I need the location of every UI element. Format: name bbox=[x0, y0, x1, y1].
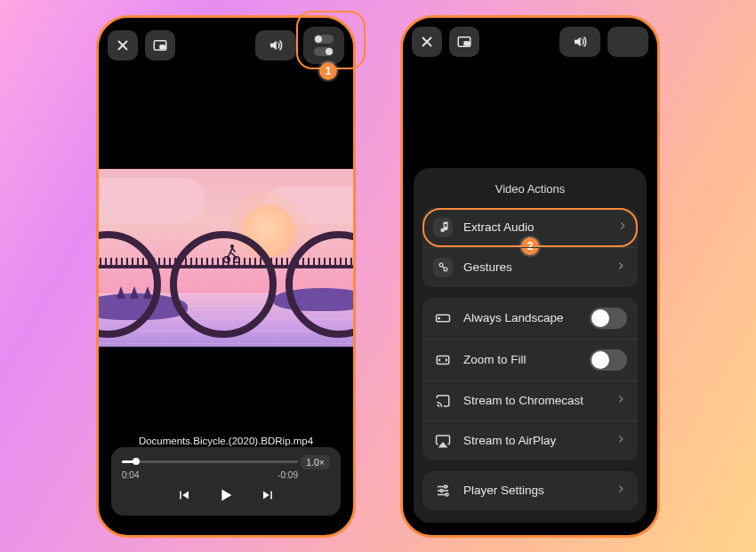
video-actions-panel: Video Actions Extract Audio 2 Gestures bbox=[414, 168, 647, 523]
row-label: Stream to Chromecast bbox=[463, 394, 604, 407]
row-label: Gestures bbox=[463, 260, 604, 274]
picture-in-picture-button[interactable] bbox=[145, 30, 175, 60]
row-label: Zoom to Fill bbox=[463, 353, 579, 366]
player-controls: 1.0× 0:04 -0:09 bbox=[111, 447, 341, 516]
volume-button[interactable] bbox=[255, 30, 296, 60]
row-label: Player Settings bbox=[463, 484, 604, 497]
time-elapsed: 0:04 bbox=[122, 470, 139, 480]
switch-zoom-to-fill[interactable] bbox=[590, 349, 627, 371]
svg-point-13 bbox=[440, 489, 443, 492]
topbar bbox=[412, 27, 648, 57]
row-gestures[interactable]: Gestures bbox=[422, 247, 638, 287]
filename-label: Documents.Bicycle.(2020).BDRip.mp4 bbox=[99, 436, 353, 446]
chevron-right-icon bbox=[616, 220, 629, 235]
callout-badge-1: 1 bbox=[319, 62, 337, 80]
close-button[interactable] bbox=[108, 30, 138, 60]
phone-left: Documents.Bicycle.(2020).BDRip.mp4 1.0× … bbox=[96, 15, 356, 538]
row-player-settings[interactable]: Player Settings bbox=[422, 471, 638, 510]
toggle-icon bbox=[620, 33, 636, 40]
sliders-icon bbox=[433, 481, 453, 500]
play-button[interactable] bbox=[216, 485, 236, 508]
close-button[interactable] bbox=[412, 27, 442, 57]
video-actions-button[interactable] bbox=[607, 27, 648, 57]
gestures-icon bbox=[433, 258, 453, 277]
airplay-icon bbox=[433, 431, 453, 451]
music-note-icon bbox=[433, 218, 453, 237]
picture-in-picture-button[interactable] bbox=[449, 27, 479, 57]
svg-point-10 bbox=[438, 317, 440, 319]
scrubber[interactable]: 1.0× bbox=[122, 456, 330, 467]
time-remaining: -0:09 bbox=[277, 470, 298, 480]
phone-right: Video Actions Extract Audio 2 Gestures bbox=[400, 15, 660, 538]
row-airplay[interactable]: Stream to AirPlay bbox=[422, 420, 638, 460]
row-always-landscape[interactable]: Always Landscape bbox=[422, 298, 638, 339]
switch-always-landscape[interactable] bbox=[590, 308, 627, 329]
landscape-icon bbox=[433, 308, 453, 328]
toggle-icon bbox=[620, 43, 636, 50]
row-zoom-to-fill[interactable]: Zoom to Fill bbox=[422, 339, 638, 380]
video-thumbnail bbox=[99, 169, 353, 347]
svg-point-12 bbox=[445, 485, 447, 488]
row-label: Stream to AirPlay bbox=[463, 434, 604, 447]
chromecast-icon bbox=[433, 391, 453, 411]
chevron-right-icon bbox=[615, 433, 627, 448]
row-label: Always Landscape bbox=[463, 311, 579, 324]
svg-rect-1 bbox=[160, 45, 165, 49]
next-button[interactable] bbox=[261, 487, 277, 507]
previous-button[interactable] bbox=[175, 487, 191, 507]
row-extract-audio[interactable]: Extract Audio 2 bbox=[422, 208, 638, 247]
chevron-right-icon bbox=[615, 483, 627, 498]
callout-box-1 bbox=[296, 11, 366, 69]
panel-title: Video Actions bbox=[422, 182, 638, 196]
row-label: Extract Audio bbox=[463, 220, 606, 234]
svg-rect-6 bbox=[464, 42, 469, 45]
svg-point-14 bbox=[446, 493, 448, 496]
cyclist-icon bbox=[221, 242, 241, 267]
volume-button[interactable] bbox=[559, 27, 600, 57]
chevron-right-icon bbox=[615, 260, 627, 275]
speed-badge[interactable]: 1.0× bbox=[301, 455, 330, 469]
zoom-fill-icon bbox=[433, 350, 453, 370]
chevron-right-icon bbox=[615, 393, 627, 408]
row-chromecast[interactable]: Stream to Chromecast bbox=[422, 380, 638, 420]
